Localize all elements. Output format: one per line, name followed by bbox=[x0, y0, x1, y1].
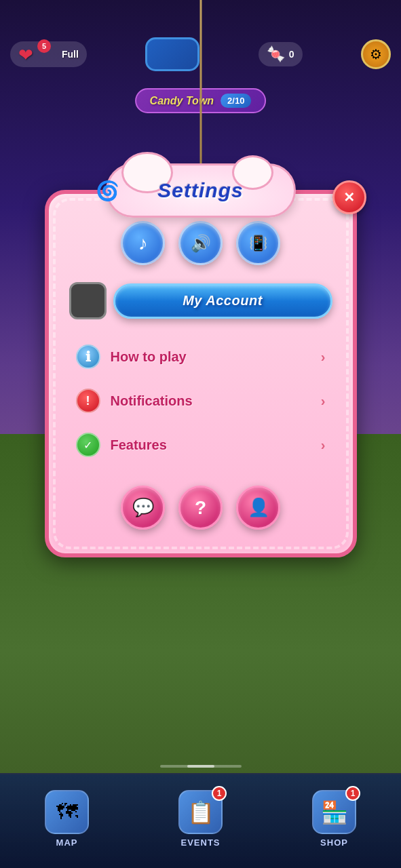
my-account-button[interactable]: My Account bbox=[113, 283, 332, 319]
how-to-play-icon: ℹ bbox=[76, 344, 100, 369]
menu-item-how-to-play[interactable]: ℹ How to play › bbox=[69, 336, 332, 377]
settings-title: Settings bbox=[157, 179, 243, 202]
notifications-icon: ! bbox=[76, 389, 100, 413]
close-button[interactable] bbox=[332, 180, 366, 214]
logout-button[interactable]: 👤 bbox=[236, 486, 280, 530]
help-icon: ? bbox=[195, 497, 206, 519]
chat-icon: 💬 bbox=[132, 497, 154, 518]
menu-item-notifications[interactable]: ! Notifications › bbox=[69, 380, 332, 421]
sound-toggle-button[interactable]: 🔊 bbox=[178, 221, 223, 265]
how-to-play-chevron: › bbox=[321, 349, 326, 365]
settings-title-area: 🌀 Settings bbox=[106, 163, 296, 218]
settings-overlay: 🌀 Settings ♪ 🔊 📳 My Account bbox=[0, 0, 401, 868]
sound-icon: 🔊 bbox=[191, 234, 211, 253]
music-toggle-button[interactable]: ♪ bbox=[121, 221, 165, 265]
icon-buttons-row: ♪ 🔊 📳 bbox=[69, 221, 332, 265]
notifications-label: Notifications bbox=[111, 393, 321, 409]
features-chevron: › bbox=[321, 437, 326, 453]
notifications-chevron: › bbox=[321, 393, 326, 409]
chat-button[interactable]: 💬 bbox=[121, 486, 165, 530]
vibration-icon: 📳 bbox=[249, 235, 267, 252]
account-avatar bbox=[69, 282, 107, 319]
music-icon: ♪ bbox=[138, 233, 148, 254]
bottom-actions: 💬 ? 👤 bbox=[69, 486, 332, 530]
title-decoration-left: 🌀 bbox=[96, 180, 119, 202]
help-button[interactable]: ? bbox=[178, 486, 223, 530]
features-icon: ✓ bbox=[76, 433, 100, 457]
logout-icon: 👤 bbox=[248, 497, 269, 518]
vibration-toggle-button[interactable]: 📳 bbox=[236, 221, 280, 265]
settings-panel: 🌀 Settings ♪ 🔊 📳 My Account bbox=[45, 190, 357, 557]
how-to-play-label: How to play bbox=[111, 349, 321, 365]
account-button-label: My Account bbox=[183, 293, 263, 309]
account-row: My Account bbox=[69, 282, 332, 319]
features-label: Features bbox=[111, 437, 321, 453]
menu-item-features[interactable]: ✓ Features › bbox=[69, 425, 332, 465]
menu-items-list: ℹ How to play › ! Notifications › ✓ Feat… bbox=[69, 336, 332, 465]
